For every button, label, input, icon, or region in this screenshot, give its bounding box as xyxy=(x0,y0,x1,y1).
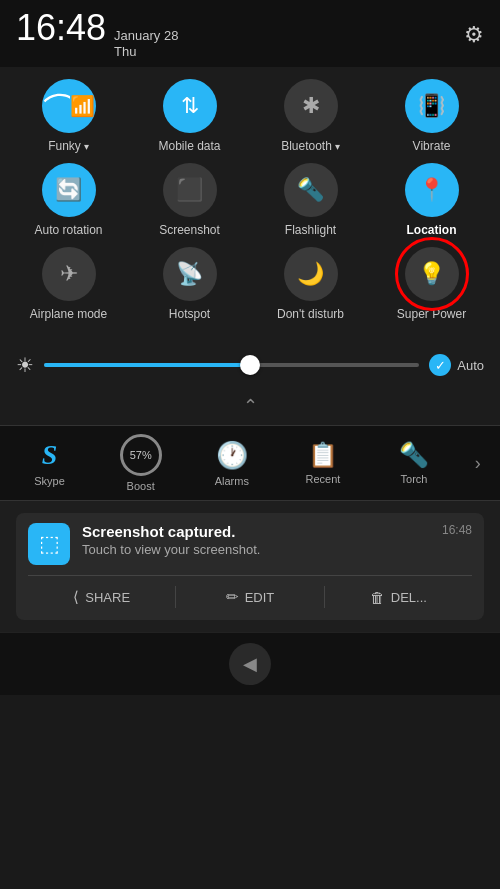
notification-card[interactable]: ⬚ Screenshot captured. Touch to view you… xyxy=(16,513,484,620)
auto-rotation-label: Auto rotation xyxy=(34,223,102,237)
hotspot-label: Hotspot xyxy=(169,307,210,321)
auto-brightness-toggle[interactable]: ✓ Auto xyxy=(429,354,484,376)
skype-icon: S xyxy=(42,439,58,471)
collapse-handle[interactable]: ⌃ xyxy=(0,387,500,425)
edit-label: EDIT xyxy=(245,590,275,605)
qs-location[interactable]: 📍 Location xyxy=(377,163,487,237)
bluetooth-icon: ✱ xyxy=(284,79,338,133)
vibrate-label: Vibrate xyxy=(413,139,451,153)
settings-icon[interactable]: ⚙ xyxy=(464,22,484,48)
chevron-right-icon: › xyxy=(475,453,481,474)
screenshot-icon: ⬛ xyxy=(163,163,217,217)
notification-text: Screenshot captured. Touch to view your … xyxy=(82,523,430,557)
qs-mobile-data[interactable]: ⇅ Mobile data xyxy=(135,79,245,153)
status-bar: 16:48 January 28 Thu ⚙ xyxy=(0,0,500,67)
flashlight-icon: 🔦 xyxy=(284,163,338,217)
delete-label: DEL... xyxy=(391,590,427,605)
edit-action-button[interactable]: ✏ EDIT xyxy=(176,584,323,610)
notification-title: Screenshot captured. xyxy=(82,523,430,540)
share-icon: ⟨ xyxy=(73,588,79,606)
alarms-label: Alarms xyxy=(215,475,249,487)
recent-label: Recent xyxy=(305,473,340,485)
home-button[interactable]: ◀ xyxy=(229,643,271,685)
qs-hotspot[interactable]: 📡 Hotspot xyxy=(135,247,245,321)
torch-label: Torch xyxy=(401,473,428,485)
qs-vibrate[interactable]: 📳 Vibrate xyxy=(377,79,487,153)
brightness-slider-thumb xyxy=(240,355,260,375)
auto-label: Auto xyxy=(457,358,484,373)
clock-time: 16:48 xyxy=(16,10,106,46)
wifi-icon: 📶 xyxy=(42,79,96,133)
skype-label: Skype xyxy=(34,475,65,487)
boost-percent: 57% xyxy=(130,449,152,461)
hotspot-icon: 📡 xyxy=(163,247,217,301)
brightness-slider[interactable] xyxy=(44,363,419,367)
home-icon: ◀ xyxy=(243,653,257,675)
qs-auto-rotation[interactable]: 🔄 Auto rotation xyxy=(14,163,124,237)
airplane-label: Airplane mode xyxy=(30,307,107,321)
dock-item-skype[interactable]: S Skype xyxy=(4,439,95,487)
qs-screenshot[interactable]: ⬛ Screenshot xyxy=(135,163,245,237)
qs-airplane[interactable]: ✈ Airplane mode xyxy=(14,247,124,321)
share-action-button[interactable]: ⟨ SHARE xyxy=(28,584,175,610)
qs-bluetooth[interactable]: ✱ Bluetooth ▾ xyxy=(256,79,366,153)
quick-settings-panel: 📶 Funky ▾ ⇅ Mobile data ✱ Bluetooth ▾ xyxy=(0,67,500,343)
notification-actions: ⟨ SHARE ✏ EDIT 🗑 DEL... xyxy=(28,575,472,610)
dock-item-recent[interactable]: 📋 Recent xyxy=(277,441,368,485)
qs-dnd[interactable]: 🌙 Don't disturb xyxy=(256,247,366,321)
qs-superpower[interactable]: 💡 Super Power xyxy=(377,247,487,321)
dnd-icon: 🌙 xyxy=(284,247,338,301)
funky-label: Funky ▾ xyxy=(48,139,89,153)
notification-app-icon: ⬚ xyxy=(28,523,70,565)
quick-settings-row-2: 🔄 Auto rotation ⬛ Screenshot 🔦 Flashligh… xyxy=(8,163,492,237)
qs-flashlight[interactable]: 🔦 Flashlight xyxy=(256,163,366,237)
notification-time: 16:48 xyxy=(442,523,472,537)
dock-item-boost[interactable]: 57% Boost xyxy=(95,434,186,492)
brightness-slider-fill xyxy=(44,363,250,367)
brightness-row: ☀ ✓ Auto xyxy=(0,343,500,387)
screenshot-label: Screenshot xyxy=(159,223,220,237)
torch-icon: 🔦 xyxy=(399,441,429,469)
notification-body: Touch to view your screenshot. xyxy=(82,542,430,557)
notification-header: ⬚ Screenshot captured. Touch to view you… xyxy=(28,523,472,565)
auto-rotation-icon: 🔄 xyxy=(42,163,96,217)
dnd-label: Don't disturb xyxy=(277,307,344,321)
boost-label: Boost xyxy=(127,480,155,492)
superpower-icon: 💡 xyxy=(405,247,459,301)
date-info: January 28 Thu xyxy=(114,28,178,59)
quick-settings-row-1: 📶 Funky ▾ ⇅ Mobile data ✱ Bluetooth ▾ xyxy=(8,79,492,153)
mobile-data-label: Mobile data xyxy=(158,139,220,153)
delete-action-button[interactable]: 🗑 DEL... xyxy=(325,584,472,610)
dock-item-torch[interactable]: 🔦 Torch xyxy=(368,441,459,485)
location-icon: 📍 xyxy=(405,163,459,217)
chevron-up-icon: ⌃ xyxy=(243,395,258,417)
date-month-day: January 28 xyxy=(114,28,178,44)
share-label: SHARE xyxy=(85,590,130,605)
status-time: 16:48 January 28 Thu xyxy=(16,10,178,59)
notification-area: ⬚ Screenshot captured. Touch to view you… xyxy=(0,500,500,632)
mobile-data-icon: ⇅ xyxy=(163,79,217,133)
brightness-icon: ☀ xyxy=(16,353,34,377)
bottom-nav-bar: ◀ xyxy=(0,632,500,695)
dock-chevron-button[interactable]: › xyxy=(460,453,496,474)
alarms-icon: 🕐 xyxy=(216,440,248,471)
boost-circle: 57% xyxy=(120,434,162,476)
bluetooth-label: Bluetooth ▾ xyxy=(281,139,340,153)
trash-icon: 🗑 xyxy=(370,589,385,606)
auto-check-icon: ✓ xyxy=(429,354,451,376)
flashlight-label: Flashlight xyxy=(285,223,336,237)
edit-icon: ✏ xyxy=(226,588,239,606)
airplane-icon: ✈ xyxy=(42,247,96,301)
date-day: Thu xyxy=(114,44,178,60)
vibrate-icon: 📳 xyxy=(405,79,459,133)
dock-item-alarms[interactable]: 🕐 Alarms xyxy=(186,440,277,487)
recent-icon: 📋 xyxy=(308,441,338,469)
location-label: Location xyxy=(407,223,457,237)
bottom-dock: S Skype 57% Boost 🕐 Alarms 📋 Recent 🔦 To… xyxy=(0,426,500,500)
qs-funky[interactable]: 📶 Funky ▾ xyxy=(14,79,124,153)
superpower-label: Super Power xyxy=(397,307,466,321)
quick-settings-row-3: ✈ Airplane mode 📡 Hotspot 🌙 Don't distur… xyxy=(8,247,492,321)
